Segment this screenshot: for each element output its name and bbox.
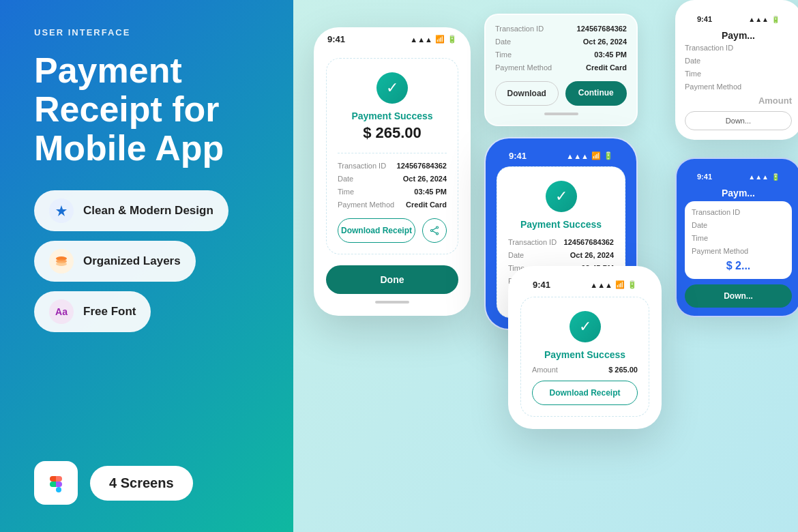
free-font-label: Free Font: [83, 305, 136, 319]
feature-free-font: Aa Free Font: [34, 291, 151, 332]
svg-point-3: [56, 487, 61, 492]
status-bar-main: 9:41 ▲▲▲ 📶 🔋: [315, 29, 469, 47]
phone-main: 9:41 ▲▲▲ 📶 🔋 ✓ Payment Success $ 265.00 …: [314, 27, 471, 316]
receipt-card-main: ✓ Payment Success $ 265.00 Transaction I…: [326, 58, 458, 254]
receipt-card-4: ✓ Payment Success Amount $ 265.00 Downlo…: [520, 297, 649, 417]
time-row-mid1: Time 03:45 PM: [495, 50, 627, 59]
home-indicator: [375, 301, 409, 304]
free-font-icon: Aa: [49, 299, 74, 324]
phone4-time: 9:41: [533, 280, 550, 290]
phone-icons-blue: ▲▲▲📶🔋: [566, 151, 613, 160]
partial-receipt-blue: Transaction ID Date Time Payment Method …: [685, 201, 792, 279]
phone4: 9:41 ▲▲▲📶🔋 ✓ Payment Success Amount $ 26…: [508, 266, 662, 429]
dl-cont-row[interactable]: Download Continue: [495, 81, 627, 106]
partial-time-tr2: 9:41: [697, 173, 712, 181]
right-col: 9:41 ▲▲▲🔋 Paym... Transaction ID Date Ti…: [675, 0, 798, 317]
date-row-mid1: Date Oct 26, 2024: [495, 38, 627, 46]
share-button[interactable]: [422, 218, 447, 243]
svg-point-5: [437, 233, 439, 235]
screens-badge: 4 Screens: [90, 466, 193, 501]
right-panel: 9:41 ▲▲▲ 📶 🔋 ✓ Payment Success $ 265.00 …: [293, 0, 798, 532]
phone4-wrap: 9:41 ▲▲▲📶🔋 ✓ Payment Success Amount $ 26…: [508, 266, 662, 429]
download-receipt-button[interactable]: Download Receipt: [338, 218, 415, 243]
figma-badge: [34, 461, 78, 505]
teal-bar-right[interactable]: Down...: [685, 284, 792, 308]
status-bar-blue: 9:41 ▲▲▲📶🔋: [497, 145, 625, 164]
phone-time-main: 9:41: [327, 34, 345, 44]
phone-time-blue: 9:41: [509, 151, 527, 161]
home-indicator-mid1: [544, 113, 578, 115]
svg-point-4: [437, 226, 439, 228]
svg-line-8: [432, 231, 436, 233]
transaction-row-mid1: Transaction ID 124567684362: [495, 25, 627, 33]
payment-success-label-main: Payment Success: [338, 110, 447, 121]
payment-method-row: Payment Method Credit Card: [338, 201, 447, 209]
clean-design-icon: [49, 198, 74, 223]
bottom-row: 4 Screens: [34, 461, 266, 505]
left-panel: USER INTERFACE Payment Receipt for Mobil…: [0, 0, 293, 532]
partial-phone-bottom-right: 9:41 ▲▲▲🔋 Paym... Transaction ID Date Ti…: [675, 158, 798, 317]
partial-time-tr1: 9:41: [697, 15, 712, 23]
date-row: Date Oct 26, 2024: [338, 175, 447, 183]
feature-organized-layers: Organized Layers: [34, 241, 196, 282]
organized-layers-label: Organized Layers: [83, 254, 181, 268]
organized-layers-icon: [49, 249, 74, 274]
download-button-mid[interactable]: Download: [495, 81, 559, 106]
phone-icons-main: ▲▲▲ 📶 🔋: [410, 35, 457, 44]
partial-dl-btn-tr1[interactable]: Down...: [685, 111, 792, 130]
features-list: Clean & Modern Design Organized Layers A…: [34, 190, 266, 332]
success-label-blue: Payment Success: [508, 219, 614, 230]
download-btn-row[interactable]: Download Receipt: [338, 218, 447, 243]
phone-body-main: ✓ Payment Success $ 265.00 Transaction I…: [315, 47, 469, 314]
svg-line-7: [432, 228, 436, 230]
payment-amount-main: $ 265.00: [338, 124, 447, 142]
clean-design-label: Clean & Modern Design: [83, 204, 213, 218]
partial-title-tr1: Paym...: [685, 30, 792, 41]
done-button[interactable]: Done: [326, 265, 458, 294]
transaction-row: Transaction ID 124567684362: [338, 162, 447, 170]
partial-title-tr2: Paym...: [685, 188, 792, 198]
success-icon-blue: ✓: [546, 181, 577, 212]
time-row: Time 03:45 PM: [338, 188, 447, 196]
download-receipt-button-4[interactable]: Download Receipt: [532, 381, 638, 405]
payment-row-mid1: Payment Method Credit Card: [495, 63, 627, 72]
partial-phone-top-right: 9:41 ▲▲▲🔋 Paym... Transaction ID Date Ti…: [675, 0, 798, 140]
main-title: Payment Receipt for Mobile App: [34, 51, 266, 168]
success-icon-4: ✓: [570, 311, 601, 342]
partial-amount-blue: $ 2...: [692, 260, 785, 272]
continue-button-mid[interactable]: Continue: [565, 81, 627, 106]
svg-point-6: [431, 230, 433, 232]
success-label-4: Payment Success: [532, 349, 638, 360]
ui-label: USER INTERFACE: [34, 27, 266, 38]
phone-top-middle: Transaction ID 124567684362 Date Oct 26,…: [484, 14, 638, 126]
svg-point-2: [56, 262, 67, 266]
success-icon-main: ✓: [376, 72, 408, 104]
feature-clean-design: Clean & Modern Design: [34, 190, 228, 231]
success-icon-wrap-main: ✓: [338, 72, 447, 104]
